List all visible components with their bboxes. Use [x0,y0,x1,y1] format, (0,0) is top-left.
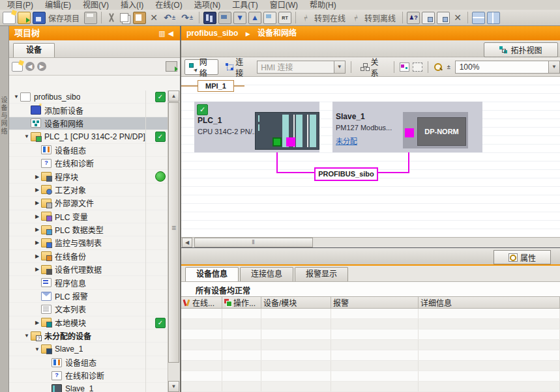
tree-item[interactable]: 添加新设备 [9,104,169,117]
table-row[interactable] [181,319,560,329]
menu-item-4[interactable]: 在线(O) [149,1,188,10]
tree-item[interactable]: ▶本地模块✓ [9,316,169,329]
slave-device[interactable]: Slave_1 PM127 Modbus... 未分配 DP-NORM [332,102,482,152]
scroll-down-icon[interactable]: ▼ [168,381,179,392]
properties-button[interactable]: 属性 [494,250,551,264]
page-breaks-icon[interactable] [413,63,422,72]
tree-item[interactable]: ▶监控与强制表 [9,236,169,249]
new-item-icon[interactable] [12,62,23,72]
chevron-down-icon[interactable]: ▼ [334,61,345,73]
paste-icon[interactable] [133,12,146,24]
table-row[interactable] [181,309,560,319]
expand-arrow-icon[interactable]: ▶ [34,227,40,232]
expand-arrow-icon[interactable]: ▶ [34,174,40,180]
expand-arrow-icon[interactable]: ▼ [23,133,30,139]
assign-master-link[interactable]: 未分配 [336,135,357,146]
accessible-devices-icon[interactable]: ♟? [407,12,420,24]
inspector-tab-0[interactable]: 设备信息 [185,267,239,281]
upload-from-device-icon[interactable]: ▲ [248,12,261,24]
tree-item[interactable]: 文本列表 [9,303,169,316]
pin-pane-icon[interactable]: ▥ [158,29,168,37]
expand-arrow-icon[interactable]: ▶ [34,266,40,272]
tree-scrollbar[interactable]: ▲ ▼ [168,91,180,392]
zoom-select[interactable]: 100% ▼ [455,61,560,74]
profibus-line[interactable] [374,172,409,173]
expand-arrow-icon[interactable]: ▶ [34,214,40,219]
table-row[interactable] [181,340,560,350]
start-cpu-icon[interactable] [422,12,435,24]
sort-icon[interactable] [166,61,177,72]
column-header[interactable]: 报警 [331,297,419,308]
expand-arrow-icon[interactable]: ▶ [34,320,40,326]
scrollbar-thumb[interactable] [168,102,179,363]
expand-arrow-icon[interactable]: ▼ [23,333,30,339]
canvas-horizontal-scrollbar[interactable]: ◀ ⦀ [181,237,560,248]
slave-dp-port[interactable] [405,128,414,137]
connection-type-select[interactable]: HMI 连接 ▼ [257,61,346,74]
expand-arrow-icon[interactable]: ▶ [34,253,40,259]
expand-arrow-icon[interactable]: ▼ [13,94,20,100]
navigate-back-icon[interactable]: ◀ [25,62,35,71]
scrollbar-thumb[interactable]: ⦀ [194,238,313,247]
table-row[interactable] [181,350,560,361]
dp-norm-module[interactable]: DP-NORM [417,117,466,146]
stop-cpu-icon[interactable] [437,12,450,24]
cross-reference-icon[interactable]: ✕ [452,12,464,23]
scroll-up-icon[interactable]: ▲ [168,91,179,102]
tree-item[interactable]: ▶工艺对象 [9,184,169,197]
slave-name[interactable]: Slave_1 [336,112,365,121]
device-config-icon[interactable] [218,12,231,24]
tree-item[interactable]: ▼未分配的设备 [9,329,169,343]
go-offline-button[interactable]: 转到离线 [364,12,396,23]
tree-item[interactable]: 设备组态 [9,356,169,369]
inspector-tab-1[interactable]: 连接信息 [240,267,293,281]
expand-arrow-icon[interactable]: ▶ [34,240,40,245]
copy-icon[interactable] [120,13,128,22]
tree-item[interactable]: ▶PLC 数据类型 [9,223,169,236]
column-header[interactable]: 设备/模块 [261,297,331,308]
relations-button[interactable]: 关系 [357,60,389,74]
tree-item[interactable]: 程序信息 [9,276,169,289]
show-address-labels-icon[interactable] [400,63,409,72]
inspector-tab-2[interactable]: 报警显示 [295,267,348,281]
mpi-network-label[interactable]: MPI_1 [198,80,234,92]
chevron-down-icon[interactable]: ▼ [548,61,559,73]
menu-item-3[interactable]: 插入(I) [115,1,149,10]
split-horizontal-icon[interactable] [472,12,485,24]
tree-item[interactable]: ▼PLC_1 [CPU 314C-2 PN/DP]✓ [9,130,169,143]
expand-arrow-icon[interactable]: ▶ [34,200,40,206]
zoom-fit-icon[interactable]: ± [447,64,450,70]
download-to-device-icon[interactable]: ▼ [233,12,246,24]
plc-pn-port[interactable] [273,137,282,147]
table-row[interactable] [181,371,560,382]
network-canvas[interactable]: MPI_1 PROFIBUS_sibo ✓ PLC_1 CPU 314C-2 P… [181,77,560,237]
scroll-left-icon[interactable]: ◀ [182,238,192,247]
plc-dp-port[interactable] [286,137,295,147]
zoom-icon[interactable] [434,63,443,72]
column-header[interactable]: 详细信息 [419,297,560,308]
go-online-icon[interactable]: 🗲 [298,10,314,26]
print-icon[interactable] [84,12,97,24]
connections-mode-button[interactable]: 连接 [222,60,254,74]
save-project-button[interactable]: 保存项目 [48,12,80,23]
library-icon[interactable] [203,12,216,24]
plc-device[interactable]: ✓ PLC_1 CPU 314C-2 PN/... [194,102,319,152]
tree-item[interactable]: ▶在线备份 [9,250,169,263]
column-header[interactable]: 操作... [222,297,261,308]
expand-arrow-icon[interactable]: ▼ [34,346,40,352]
table-row[interactable] [181,382,560,392]
undo-icon[interactable]: ↶± [162,12,177,23]
menu-item-1[interactable]: 编辑(E) [39,1,77,10]
menu-item-5[interactable]: 选项(N) [188,1,227,10]
simulation-icon[interactable] [263,12,276,24]
menu-item-6[interactable]: 工具(T) [226,1,263,10]
plc-name[interactable]: PLC_1 [198,116,222,125]
menu-item-8[interactable]: 帮助(H) [304,1,342,10]
profibus-line[interactable] [276,172,316,173]
topology-view-button[interactable]: 拓扑视图 [484,42,558,57]
tree-item[interactable]: 在线和诊断 [9,157,169,170]
delete-icon[interactable]: ✕ [148,12,160,23]
navigate-forward-icon[interactable]: ▶ [37,62,46,71]
runtime-icon[interactable]: RT [278,12,291,24]
menu-item-2[interactable]: 视图(V) [77,1,115,10]
